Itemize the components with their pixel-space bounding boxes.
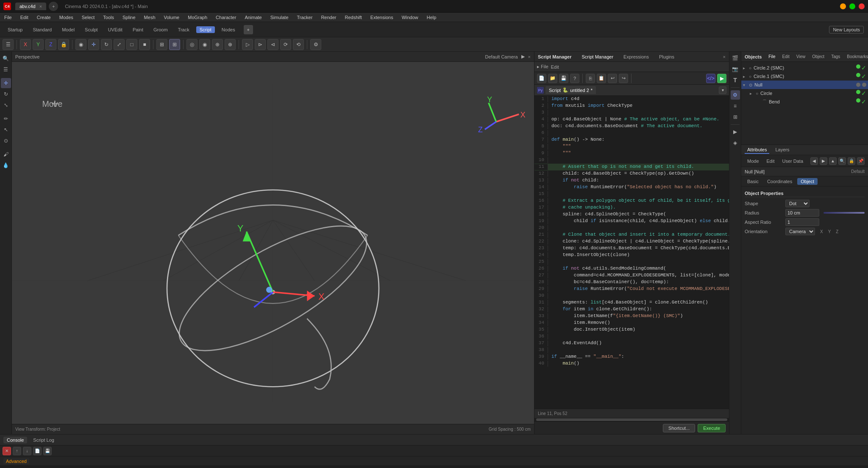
layout-script[interactable]: Script <box>196 26 215 33</box>
console-tab-main[interactable]: Console <box>3 437 27 443</box>
attrs-search-btn[interactable]: 🔍 <box>838 157 846 165</box>
view-icon-scene[interactable]: 🎬 <box>731 53 740 63</box>
script-run-btn[interactable]: ▶ <box>717 74 726 83</box>
code-editor[interactable]: 1 import c4d 2 from mxutils import Check… <box>534 96 729 409</box>
toolbar-anim-btn[interactable]: ▷ <box>242 39 253 50</box>
objects-tab-file[interactable]: File <box>767 54 777 59</box>
script-undo-btn[interactable]: ↩ <box>608 74 617 83</box>
toolbar-lock-btn[interactable]: 🔒 <box>58 39 69 50</box>
obj-item-circle1[interactable]: ▸ ○ Circle.1 (SMC) ✓ <box>741 72 868 81</box>
obj-item-null[interactable]: ▾ ⊙ Null <box>741 81 868 89</box>
viewport-canvas[interactable]: X Y X Y Z Move ✛ <box>12 62 534 424</box>
toolbar-snap-btn[interactable]: ⊕ <box>212 39 223 50</box>
toolbar-select-btn[interactable]: ◉ <box>75 39 86 50</box>
obj-item-bend[interactable]: ⌒ Bend ✓ <box>755 98 868 106</box>
attrs-section-coords[interactable]: Coordinates <box>764 178 796 185</box>
sidebar-search[interactable]: 🔍 <box>1 53 11 64</box>
menu-spline[interactable]: Spline <box>121 14 137 21</box>
layout-startup[interactable]: Startup <box>4 26 26 33</box>
script-code-btn[interactable]: </> <box>706 74 715 83</box>
attrs-back-btn[interactable]: ◀ <box>810 157 818 165</box>
menu-window[interactable]: Window <box>400 14 420 21</box>
toolbar-render2-btn[interactable]: ◉ <box>199 39 210 50</box>
attrs-pin-btn[interactable]: 📌 <box>857 157 865 165</box>
script-copy-btn[interactable]: ⎘ <box>586 74 595 83</box>
console-save-btn[interactable]: 💾 <box>43 447 52 455</box>
sidebar-rotate[interactable]: ↻ <box>1 89 11 99</box>
script-redo-btn[interactable]: ↪ <box>619 74 628 83</box>
toolbar-anim3-btn[interactable]: ⊲ <box>267 39 278 50</box>
toolbar-render-btn[interactable]: ◎ <box>186 39 198 50</box>
close-button[interactable] <box>859 3 865 9</box>
menu-character[interactable]: Character <box>214 14 238 21</box>
sidebar-eyedrop[interactable]: 💧 <box>1 160 11 170</box>
script-tab-plugins[interactable]: Plugins <box>656 53 678 60</box>
attrs-mode-tab-mode[interactable]: Mode <box>745 158 762 164</box>
toolbar-move-btn[interactable]: ✛ <box>88 39 99 50</box>
sidebar-select[interactable]: ↖ <box>1 125 11 135</box>
attrs-section-basic[interactable]: Basic <box>744 178 762 185</box>
layout-nodes[interactable]: Nodes <box>218 26 239 33</box>
layout-groom[interactable]: Groom <box>150 26 171 33</box>
toolbar-mirror-btn[interactable]: ⟲ <box>293 39 304 50</box>
console-down-btn[interactable]: ↓ <box>23 447 31 455</box>
menu-create[interactable]: Create <box>35 14 53 21</box>
attr-radius-input[interactable] <box>785 209 819 217</box>
script-edit-menu[interactable]: Edit <box>551 64 559 70</box>
attrs-tab-attributes[interactable]: Attributes <box>745 146 769 154</box>
sidebar-pen[interactable]: ✏ <box>1 114 11 124</box>
obj-item-circle2[interactable]: ▸ ○ Circle.2 (SMC) ✓ <box>741 64 868 72</box>
shortcut-button[interactable]: Shortcut... <box>663 424 695 432</box>
attrs-mode-tab-edit[interactable]: Edit <box>764 158 777 164</box>
toolbar-menu-btn[interactable]: ☰ <box>3 39 14 50</box>
sidebar-paint[interactable]: 🖌 <box>1 149 11 159</box>
console-clear-btn[interactable]: ✕ <box>3 447 11 455</box>
sidebar-menu[interactable]: ☰ <box>1 64 11 75</box>
toolbar-deform-btn[interactable]: ⟳ <box>280 39 291 50</box>
toolbar-transform-btn[interactable]: ⊞ <box>156 39 167 50</box>
menu-file[interactable]: File <box>3 14 14 21</box>
viewport-close[interactable]: × <box>528 54 531 59</box>
script-untitled-tab[interactable]: Script 🐍 untitled 2 * <box>545 86 596 94</box>
objects-tab-bookmarks[interactable]: Bookmarks <box>845 54 868 59</box>
objects-tab-edit[interactable]: Edit <box>780 54 791 59</box>
menu-select[interactable]: Select <box>80 14 97 21</box>
viewport[interactable]: Perspective Default Camera ▶ × <box>12 52 534 434</box>
obj-item-circle[interactable]: ▸ ○ Circle ✓ <box>748 89 868 98</box>
view-icon-camera[interactable]: 📷 <box>731 64 740 74</box>
attrs-lock-btn[interactable]: 🔒 <box>848 157 855 165</box>
toolbar-x-btn[interactable]: X <box>20 39 31 50</box>
script-tab-expressions[interactable]: Expressions <box>620 53 652 60</box>
tab-close[interactable]: × <box>39 4 42 9</box>
console-filter-btn[interactable]: 📄 <box>33 447 42 455</box>
menu-render[interactable]: Render <box>319 14 338 21</box>
view-icon-obj[interactable]: ⚙ <box>731 90 740 100</box>
script-save-btn[interactable]: 💾 <box>559 74 568 83</box>
objects-tab-tags[interactable]: Tags <box>829 54 842 59</box>
toolbar-rotate-btn[interactable]: ↻ <box>101 39 112 50</box>
script-help-btn[interactable]: ? <box>570 74 579 83</box>
attrs-section-object[interactable]: Object <box>797 178 818 185</box>
toolbar-shape2-btn[interactable]: ■ <box>139 39 150 50</box>
execute-button[interactable]: Execute <box>698 424 726 432</box>
view-icon-t[interactable]: T <box>731 75 740 85</box>
view-icon-layer[interactable]: ≡ <box>731 101 740 111</box>
menu-redshift[interactable]: Redshift <box>343 14 363 21</box>
menu-tracker[interactable]: Tracker <box>295 14 314 21</box>
attr-shape-value[interactable]: Dot None Axis <box>785 200 810 207</box>
console-advanced-tab[interactable]: Advanced <box>3 458 29 464</box>
menu-tools[interactable]: Tools <box>101 14 116 21</box>
layout-model[interactable]: Model <box>58 26 78 33</box>
script-file-menu[interactable]: ▸ File <box>537 64 548 70</box>
attr-orientation-value[interactable]: Camera X Y Z <box>785 228 815 235</box>
sidebar-move[interactable]: ✛ <box>1 78 11 88</box>
script-new-btn[interactable]: 📄 <box>537 74 546 83</box>
code-scrollbar[interactable] <box>534 418 729 421</box>
menu-help[interactable]: Help <box>425 14 438 21</box>
maximize-button[interactable] <box>849 3 855 9</box>
toolbar-y-btn[interactable]: Y <box>33 39 44 50</box>
layout-paint[interactable]: Paint <box>129 26 147 33</box>
script-panel-close[interactable]: × <box>723 54 726 59</box>
sidebar-magnet[interactable]: ⊙ <box>1 136 11 146</box>
script-open-btn[interactable]: 📁 <box>548 74 557 83</box>
